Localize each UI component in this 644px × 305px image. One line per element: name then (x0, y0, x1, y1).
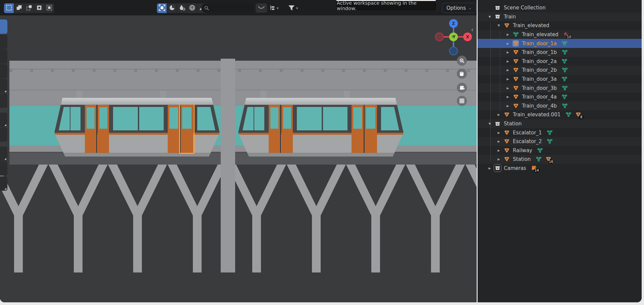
outliner-item-label[interactable]: Railway (513, 147, 532, 154)
options-button[interactable]: Options ⌄ (442, 3, 476, 13)
expander-closed-icon[interactable]: ▶ (497, 149, 501, 152)
outliner-row-train-door-3a[interactable]: ▶Train_door_3a (478, 75, 642, 84)
filter-dropdown[interactable]: ▾ (288, 3, 298, 13)
outliner-item-label[interactable]: Station (504, 121, 522, 127)
y-pillar-4[interactable] (168, 165, 227, 272)
xray-toggle-button[interactable] (157, 3, 167, 13)
toolbar-tool-11[interactable] (0, 176, 7, 191)
outliner-row-train-door-1b[interactable]: ▶Train_door_1b (478, 48, 642, 57)
outliner-item-label[interactable]: Train_door_2a (522, 58, 557, 64)
gizmo-neg-y-axis[interactable]: -Y (449, 33, 458, 41)
select-invert-button[interactable] (34, 3, 44, 13)
y-pillar-9[interactable] (466, 165, 477, 272)
outliner-item-label[interactable]: Train (504, 14, 516, 20)
expander-closed-icon[interactable]: ▶ (497, 158, 501, 161)
expander-closed-icon[interactable]: ▶ (506, 33, 510, 36)
train-door[interactable] (269, 105, 280, 153)
expander-closed-icon[interactable]: ▶ (488, 167, 492, 170)
outliner-row-train[interactable]: ▼Train (478, 12, 642, 21)
outliner-item-label[interactable]: Train_door_3a (522, 76, 557, 82)
toolbar-tool-3[interactable] (0, 49, 7, 64)
train-door[interactable] (98, 105, 109, 153)
toolbar-tool-4[interactable] (0, 64, 7, 78)
outliner-row-train-elevated[interactable]: ▶Train_elevated10 (478, 30, 642, 39)
toolbar-tool-7[interactable] (0, 113, 7, 127)
expander-closed-icon[interactable]: ▶ (506, 77, 510, 81)
expander-closed-icon[interactable]: ▶ (506, 104, 510, 108)
gizmo-neg-x-axis[interactable] (435, 33, 444, 41)
expander-open-icon[interactable]: ▼ (488, 122, 492, 125)
shading-material-button[interactable] (177, 3, 187, 13)
train-door[interactable] (85, 105, 96, 153)
gizmo-x-axis[interactable]: X (463, 33, 472, 41)
3d-viewport[interactable]: Z X -Y ‹ (0, 15, 477, 302)
navigation-gizmo[interactable]: Z X -Y (436, 19, 471, 54)
outliner-item-label[interactable]: Scene Collection (504, 5, 546, 11)
outliner-row-scene-collection[interactable]: Scene Collection (478, 3, 642, 12)
expander-closed-icon[interactable]: ▶ (506, 51, 510, 54)
outliner-item-label[interactable]: Train_elevated (522, 32, 558, 38)
outliner-item-label[interactable]: Train_door_2b (522, 67, 557, 73)
outliner-item-label[interactable]: Cameras (504, 165, 526, 171)
outliner-item-label[interactable]: Train_elevated.001 (513, 112, 560, 118)
expander-closed-icon[interactable]: ▶ (497, 131, 501, 134)
select-intersect-button[interactable] (44, 3, 54, 13)
outliner-item-label[interactable]: Train_door_1a (522, 41, 557, 47)
outliner-row-railway[interactable]: ▶Railway (478, 146, 642, 155)
toolbar-tool-2[interactable] (0, 35, 7, 49)
display-mode-dropdown[interactable]: ▾ (269, 3, 279, 13)
y-pillar-8[interactable] (406, 165, 465, 272)
outliner-row-escalator-2[interactable]: ▶Escalator_2 (478, 137, 642, 146)
search-input[interactable] (201, 3, 254, 13)
outliner-item-label[interactable]: Escalator_2 (513, 138, 542, 144)
train-car-1[interactable] (54, 98, 220, 157)
select-subtract-button[interactable] (24, 3, 34, 13)
expander-open-icon[interactable]: ▼ (497, 24, 501, 27)
train-car-2[interactable] (238, 98, 404, 157)
gizmo-neg-z-axis[interactable] (449, 47, 458, 55)
train-door[interactable] (352, 105, 364, 153)
outliner-item-label[interactable]: Train_door_1b (522, 49, 557, 55)
outliner-item-label[interactable]: Train_door_3b (522, 85, 557, 91)
train-door[interactable] (281, 105, 293, 153)
train-door[interactable] (168, 105, 180, 153)
outliner-row-escalator-1[interactable]: ▶Escalator_1 (478, 128, 642, 137)
outliner-row-station[interactable]: ▼Station (478, 119, 642, 128)
outliner-row-cameras[interactable]: ▶Cameras14 (478, 164, 642, 173)
expander-open-icon[interactable]: ▼ (488, 15, 492, 18)
outliner-item-label[interactable]: Train_elevated (513, 22, 549, 28)
y-pillar-7[interactable] (346, 165, 405, 272)
outliner-row-train-door-4b[interactable]: ▶Train_door_4b (478, 102, 642, 111)
outliner-row-train-elevated-001[interactable]: ▶Train_elevated.0018 (478, 110, 642, 119)
train-door[interactable] (364, 105, 377, 153)
outliner-row-train-door-2a[interactable]: ▶Train_door_2a (478, 57, 642, 66)
outliner-row-train-door-3b[interactable]: ▶Train_door_3b (478, 83, 642, 93)
expander-closed-icon[interactable]: ▶ (506, 68, 510, 72)
outliner-row-train-door-4a[interactable]: ▶Train_door_4a (478, 93, 642, 102)
outliner-item-label[interactable]: Train_door_4b (522, 103, 557, 109)
expander-closed-icon[interactable]: ▶ (506, 95, 510, 99)
expander-closed-icon[interactable]: ▶ (497, 140, 501, 143)
outliner-item-label[interactable]: Train_door_4a (522, 94, 557, 100)
collapsed-menu-button[interactable] (256, 3, 267, 13)
y-pillar-3[interactable] (108, 165, 167, 272)
camera-view-button[interactable] (457, 83, 467, 93)
outliner-row-train-door-1a[interactable]: ▶Train_door_1a (478, 39, 642, 48)
expander-closed-icon[interactable]: ▶ (506, 60, 510, 63)
orthographic-grid-button[interactable] (457, 96, 467, 106)
toolbar-tool-1[interactable] (0, 19, 7, 34)
toolbar-tool-9[interactable] (0, 146, 7, 161)
y-pillar-5[interactable] (227, 165, 286, 272)
pan-hand-button[interactable] (457, 69, 467, 79)
outliner-item-label[interactable]: Station (513, 156, 531, 162)
toolbar-tool-5[interactable] (0, 79, 7, 93)
toolbar-tool-10[interactable] (0, 161, 7, 176)
panel-collapse-arrow-icon[interactable]: ‹ (471, 25, 474, 34)
outliner-row-train-door-2b[interactable]: ▶Train_door_2b (478, 66, 642, 75)
select-extend-button[interactable] (14, 3, 24, 13)
station-pillar[interactable] (221, 59, 235, 272)
shading-solid-button[interactable] (167, 3, 177, 13)
toolbar-tool-6[interactable] (0, 94, 7, 108)
y-pillar-2[interactable] (49, 165, 108, 272)
zoom-button[interactable] (457, 56, 467, 66)
